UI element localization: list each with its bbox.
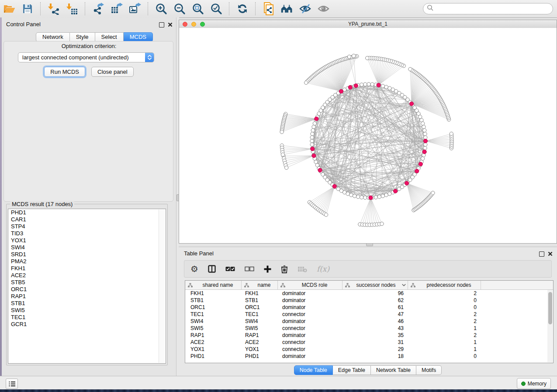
graph-leaf-node[interactable]	[324, 213, 328, 217]
network-overview-icon[interactable]	[280, 2, 294, 15]
graph-hub-node[interactable]	[339, 89, 343, 93]
zoom-fit-icon[interactable]	[191, 2, 204, 15]
tab-select[interactable]: Select	[95, 32, 124, 42]
search-field[interactable]	[423, 3, 553, 14]
graph-node[interactable]	[311, 132, 314, 136]
graph-node[interactable]	[367, 83, 370, 86]
tab-mcds[interactable]: MCDS	[124, 32, 153, 42]
table-row[interactable]: PHD1PHD1dominator180	[185, 353, 553, 360]
open-file-icon[interactable]	[3, 2, 16, 15]
close-table-panel-icon[interactable]	[548, 250, 553, 258]
graph-node[interactable]	[424, 143, 427, 146]
table-scrollbar-thumb[interactable]	[548, 292, 552, 324]
share-document-icon[interactable]	[262, 2, 275, 15]
graph-hub-node[interactable]	[312, 154, 316, 158]
mcds-result-item[interactable]: STB5	[8, 279, 166, 286]
table-row[interactable]: YOX1YOX1connector291	[185, 346, 553, 353]
graph-node[interactable]	[363, 196, 367, 199]
graph-node[interactable]	[363, 83, 367, 86]
import-network-icon[interactable]	[47, 2, 60, 15]
function-builder-icon[interactable]: f(x)	[317, 263, 329, 275]
mcds-result-item[interactable]: TEC1	[8, 314, 166, 321]
network-graph[interactable]	[179, 28, 557, 243]
show-details-icon[interactable]	[317, 2, 330, 15]
graph-node[interactable]	[424, 136, 427, 139]
table-row[interactable]: SWI5SWI5connector431	[185, 325, 553, 332]
column-header-name[interactable]: name	[242, 281, 278, 289]
mcds-result-item[interactable]: STP4	[8, 223, 166, 230]
graph-node[interactable]	[310, 139, 314, 143]
graph-leaf-node[interactable]	[284, 166, 288, 169]
mcds-result-item[interactable]: SWI4	[8, 244, 166, 251]
delete-table-icon[interactable]	[298, 263, 307, 275]
mcds-result-item[interactable]: PHD1	[8, 209, 166, 216]
graph-hub-node[interactable]	[315, 117, 318, 121]
horizontal-splitter[interactable]	[179, 244, 557, 247]
graph-hub-node[interactable]	[422, 150, 426, 154]
graph-hub-node[interactable]	[354, 84, 358, 88]
graph-hub-node[interactable]	[405, 181, 408, 185]
graph-node[interactable]	[370, 83, 374, 86]
mcds-result-item[interactable]: SRD1	[8, 251, 166, 258]
network-canvas[interactable]	[179, 28, 557, 243]
graph-hub-node[interactable]	[393, 189, 397, 193]
graph-leaf-node[interactable]	[408, 67, 412, 71]
column-header-shared-name[interactable]: shared name	[185, 281, 242, 289]
table-row[interactable]: ORC1ORC1dominator610	[185, 304, 553, 311]
mcds-result-item[interactable]: FKH1	[8, 265, 166, 272]
refresh-icon[interactable]	[236, 2, 249, 15]
delete-column-icon[interactable]	[281, 263, 288, 275]
tab-network-table[interactable]: Network Table	[371, 365, 416, 375]
graph-leaf-node[interactable]	[380, 222, 384, 225]
graph-hub-node[interactable]	[377, 83, 381, 87]
column-header-successor-nodes[interactable]: successor nodes	[343, 281, 408, 289]
graph-node[interactable]	[312, 125, 315, 128]
table-row[interactable]: STB1STB1dominator620	[185, 297, 553, 304]
deselect-all-rows-icon[interactable]	[245, 263, 254, 275]
float-panel-icon[interactable]	[159, 22, 164, 28]
save-session-icon[interactable]	[21, 2, 34, 15]
hide-details-icon[interactable]	[299, 2, 312, 15]
float-table-panel-icon[interactable]	[539, 251, 544, 257]
memory-button[interactable]: Memory	[517, 378, 551, 389]
table-row[interactable]: RAP1RAP1dominator352	[185, 332, 553, 339]
graph-node[interactable]	[384, 85, 388, 89]
column-header-MCDS-role[interactable]: MCDS role	[278, 281, 343, 289]
graph-leaf-node[interactable]	[281, 153, 284, 156]
graph-node[interactable]	[423, 146, 427, 150]
graph-node[interactable]	[381, 84, 384, 88]
mcds-result-item[interactable]: PMA2	[8, 258, 166, 265]
zoom-in-icon[interactable]	[155, 2, 168, 15]
mcds-result-item[interactable]: GCR1	[8, 321, 166, 328]
graph-node[interactable]	[310, 143, 314, 146]
graph-leaf-node[interactable]	[352, 54, 355, 58]
graph-node[interactable]	[360, 83, 363, 86]
table-row[interactable]: FKH1FKH1dominator962	[185, 290, 553, 297]
table-settings-icon[interactable]: ⚙	[190, 263, 198, 275]
mcds-result-item[interactable]: STB1	[8, 300, 166, 307]
export-image-icon[interactable]	[128, 2, 142, 15]
graph-leaf-node[interactable]	[304, 81, 308, 84]
graph-hub-node[interactable]	[410, 102, 414, 106]
mcds-result-item[interactable]: TID3	[8, 230, 166, 237]
graph-node[interactable]	[421, 157, 424, 160]
graph-node[interactable]	[381, 194, 384, 198]
tab-network[interactable]: Network	[36, 32, 70, 42]
graph-hub-node[interactable]	[419, 162, 422, 166]
table-row[interactable]: TEC1TEC1connector472	[185, 311, 553, 318]
mcds-result-item[interactable]: ORC1	[8, 286, 166, 293]
export-table-icon[interactable]	[110, 2, 123, 15]
graph-node[interactable]	[421, 122, 424, 125]
mcds-result-item[interactable]: YOX1	[8, 237, 166, 244]
tab-style[interactable]: Style	[70, 32, 95, 42]
tab-edge-table[interactable]: Edge Table	[333, 365, 371, 375]
criterion-select[interactable]: largest connected component (undirected)	[18, 52, 154, 62]
add-column-icon[interactable]	[264, 263, 271, 275]
table-scrollbar[interactable]	[547, 290, 553, 362]
graph-node[interactable]	[423, 132, 427, 136]
network-window-titlebar[interactable]: YPA_prune.txt_1	[179, 20, 557, 28]
graph-leaf-node[interactable]	[365, 56, 369, 60]
tab-motifs[interactable]: Motifs	[416, 365, 442, 375]
select-all-rows-icon[interactable]	[225, 263, 235, 275]
graph-node[interactable]	[353, 194, 356, 198]
